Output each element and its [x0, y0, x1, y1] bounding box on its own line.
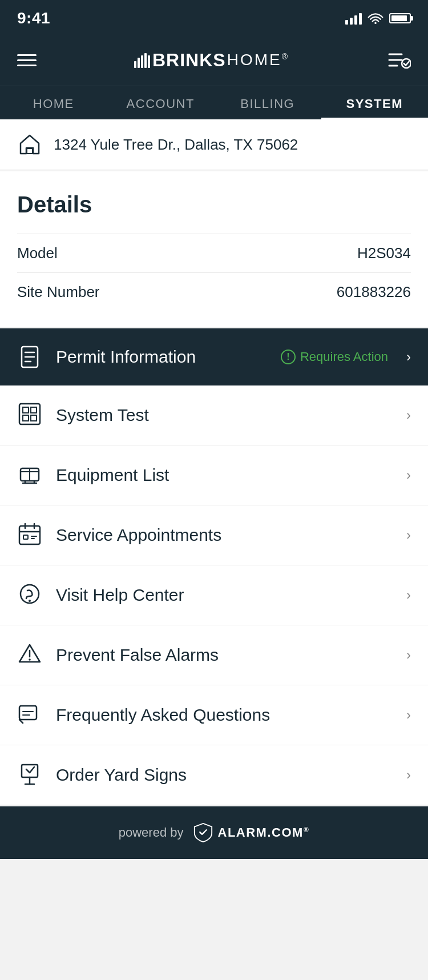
equipment-list-item[interactable]: Equipment List › [0, 445, 428, 505]
svg-rect-32 [19, 706, 37, 720]
status-time: 9:41 [17, 9, 50, 27]
system-test-chevron: › [406, 407, 411, 423]
status-bar: 9:41 [0, 0, 428, 34]
tab-account[interactable]: ACCOUNT [107, 86, 215, 119]
site-number-value: 601883226 [337, 283, 411, 301]
logo-home: HOME® [227, 51, 289, 69]
tab-system[interactable]: SYSTEM [321, 86, 429, 119]
powered-by-text: powered by [119, 825, 184, 840]
permit-information-item[interactable]: Permit Information ! Requires Action › [0, 328, 428, 385]
logo-bars [134, 52, 150, 68]
menu-button[interactable] [17, 54, 37, 66]
svg-point-29 [29, 600, 31, 602]
model-value: H2S034 [357, 244, 411, 262]
details-title: Details [17, 192, 411, 218]
equipment-chevron: › [406, 467, 411, 483]
wifi-icon [368, 12, 383, 25]
details-section: Details Model H2S034 Site Number 6018832… [0, 171, 428, 327]
order-yard-signs-label: Order Yard Signs [56, 765, 393, 785]
address-bar: 1324 Yule Tree Dr., Dallas, TX 75062 [0, 119, 428, 170]
battery-icon [389, 13, 411, 23]
equipment-list-label: Equipment List [56, 465, 393, 485]
svg-rect-12 [31, 407, 37, 413]
requires-action-text: Requires Action [300, 350, 388, 364]
logo: BRINKS HOME® [134, 50, 289, 71]
requires-action-icon: ! [281, 350, 296, 364]
signal-icon [345, 12, 362, 25]
tab-billing[interactable]: BILLING [214, 86, 321, 119]
header: BRINKS HOME® [0, 34, 428, 86]
model-label: Model [17, 244, 58, 262]
home-icon [17, 132, 42, 157]
menu-list: Permit Information ! Requires Action › S… [0, 328, 428, 805]
prevent-false-alarms-label: Prevent False Alarms [56, 645, 393, 665]
permit-chevron: › [406, 349, 411, 365]
footer: powered by ALARM.COM® [0, 806, 428, 859]
order-yard-signs-item[interactable]: Order Yard Signs › [0, 745, 428, 805]
equipment-icon [17, 461, 42, 489]
system-test-label: System Test [56, 405, 393, 425]
visit-help-center-item[interactable]: Visit Help Center › [0, 565, 428, 625]
svg-point-31 [29, 658, 31, 661]
help-center-chevron: › [406, 587, 411, 603]
svg-rect-36 [22, 765, 38, 777]
help-icon [17, 581, 42, 609]
svg-rect-21 [19, 526, 40, 544]
site-number-label: Site Number [17, 283, 100, 301]
permit-icon [17, 344, 42, 369]
visit-help-center-label: Visit Help Center [56, 585, 393, 605]
site-number-row: Site Number 601883226 [17, 272, 411, 311]
faq-icon [17, 701, 42, 729]
svg-rect-11 [23, 407, 29, 413]
permit-label: Permit Information [56, 347, 267, 367]
service-appointments-item[interactable]: Service Appointments › [0, 505, 428, 565]
logo-brinks: BRINKS [152, 50, 226, 71]
service-appointments-chevron: › [406, 527, 411, 543]
status-icons [345, 12, 411, 25]
prevent-false-alarms-item[interactable]: Prevent False Alarms › [0, 625, 428, 685]
checklist-button[interactable] [387, 51, 411, 69]
faq-item[interactable]: Frequently Asked Questions › [0, 685, 428, 745]
system-test-item[interactable]: System Test › [0, 385, 428, 445]
svg-rect-5 [27, 148, 33, 154]
svg-rect-13 [23, 415, 29, 421]
alarm-text: ALARM.COM® [218, 825, 310, 840]
svg-rect-25 [23, 535, 28, 539]
yard-sign-icon [17, 761, 42, 789]
svg-rect-14 [31, 415, 37, 421]
tab-home[interactable]: HOME [0, 86, 107, 119]
faq-label: Frequently Asked Questions [56, 705, 393, 725]
nav-tabs: HOME ACCOUNT BILLING SYSTEM [0, 86, 428, 119]
requires-action-badge: ! Requires Action [281, 350, 388, 364]
address-text: 1324 Yule Tree Dr., Dallas, TX 75062 [54, 136, 298, 154]
model-row: Model H2S034 [17, 234, 411, 272]
alarm-logo: ALARM.COM® [193, 822, 310, 843]
warning-icon [17, 641, 42, 669]
false-alarms-chevron: › [406, 647, 411, 663]
service-appointments-label: Service Appointments [56, 525, 393, 545]
svg-point-0 [374, 22, 377, 24]
calendar-icon [17, 521, 42, 549]
faq-chevron: › [406, 707, 411, 723]
yard-signs-chevron: › [406, 767, 411, 783]
alarm-shield-icon [193, 822, 213, 843]
system-test-icon [17, 401, 42, 429]
